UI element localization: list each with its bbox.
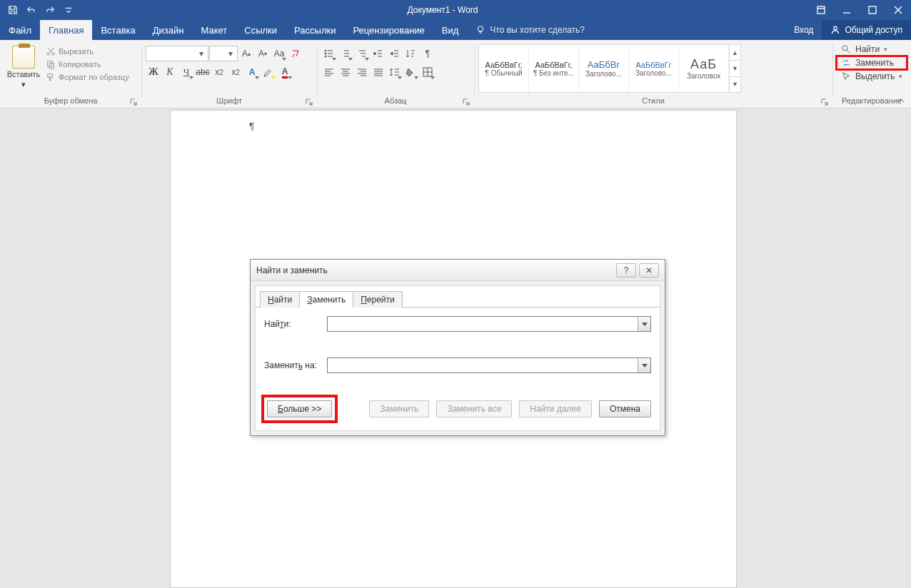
svg-point-10: [325, 56, 326, 57]
group-paragraph-label: Абзац: [321, 95, 470, 106]
more-button[interactable]: Больше >>: [267, 400, 332, 417]
share-button[interactable]: Общий доступ: [822, 20, 911, 40]
copy-button[interactable]: Копировать: [43, 59, 132, 70]
dialog-help-button[interactable]: ?: [616, 263, 636, 278]
find-history-dropdown[interactable]: [638, 317, 650, 331]
replace-with-input[interactable]: [327, 358, 651, 373]
tab-review[interactable]: Рецензирование: [344, 20, 433, 40]
decrease-indent-button[interactable]: [371, 46, 386, 61]
style-normal[interactable]: АаБбВвГг,¶ Обычный: [479, 45, 529, 92]
dialog-tab-find[interactable]: Найти: [260, 291, 300, 308]
svg-rect-0: [817, 6, 825, 14]
underline-button[interactable]: Ч: [178, 64, 194, 80]
align-right-button[interactable]: [354, 64, 370, 80]
chevron-down-icon: ▾: [21, 80, 26, 89]
styles-launcher-icon[interactable]: [821, 98, 830, 106]
format-painter-label: Формат по образцу: [59, 73, 129, 81]
sort-button[interactable]: [403, 46, 419, 61]
grow-font-button[interactable]: A▴: [238, 46, 254, 61]
dialog-tabs: Найти Заменить Перейти: [256, 286, 660, 308]
line-spacing-button[interactable]: [387, 64, 403, 80]
strike-button[interactable]: abc: [195, 64, 211, 80]
svg-point-4: [47, 53, 50, 56]
undo-icon[interactable]: [23, 1, 40, 19]
shading-button[interactable]: [403, 64, 419, 80]
text-effects-button[interactable]: A: [244, 64, 260, 80]
clear-format-button[interactable]: [288, 46, 303, 61]
replace-history-dropdown[interactable]: [638, 358, 650, 372]
multilevel-button[interactable]: [354, 46, 370, 61]
dialog-button-row: Больше >> Заменить Заменить все Найти да…: [264, 393, 651, 420]
show-marks-button[interactable]: ¶: [420, 46, 436, 61]
redo-icon[interactable]: [41, 1, 59, 19]
style-title[interactable]: АаБЗаголовок: [679, 45, 729, 92]
style-no-spacing[interactable]: АаБбВвГг,¶ Без инте...: [529, 45, 579, 92]
paragraph-mark: ¶: [249, 121, 254, 131]
minimize-icon[interactable]: [834, 0, 860, 20]
styles-gallery[interactable]: АаБбВвГг,¶ Обычный АаБбВвГг,¶ Без инте..…: [478, 44, 741, 93]
close-icon[interactable]: [885, 0, 911, 20]
collapse-ribbon-icon[interactable]: [897, 96, 907, 106]
font-launcher-icon[interactable]: [306, 98, 314, 106]
increase-indent-button[interactable]: [387, 46, 403, 61]
dialog-tab-replace[interactable]: Заменить: [299, 291, 353, 308]
font-size-combo[interactable]: ▾: [209, 46, 238, 61]
ribbon-options-icon[interactable]: [808, 0, 834, 20]
find-next-button[interactable]: Найти далее: [519, 400, 592, 417]
clipboard-launcher-icon[interactable]: [130, 98, 139, 106]
select-button[interactable]: Выделить ▾: [837, 70, 907, 83]
subscript-button[interactable]: x2: [211, 64, 227, 80]
tab-references[interactable]: Ссылки: [236, 20, 286, 40]
replace-one-button[interactable]: Заменить: [369, 400, 429, 417]
justify-button[interactable]: [371, 64, 386, 80]
qat-customize-icon[interactable]: [60, 1, 77, 19]
bold-button[interactable]: Ж: [146, 64, 161, 80]
tab-layout[interactable]: Макет: [192, 20, 236, 40]
cut-label: Вырезать: [59, 47, 94, 56]
superscript-button[interactable]: x2: [228, 64, 243, 80]
replace-all-button[interactable]: Заменить все: [436, 400, 512, 417]
svg-rect-1: [869, 6, 876, 14]
format-painter-button[interactable]: Формат по образцу: [43, 71, 132, 83]
signin-button[interactable]: Вход: [785, 20, 822, 40]
gallery-more-icon[interactable]: ▼: [730, 76, 740, 92]
align-center-button[interactable]: [338, 64, 353, 80]
highlight-button[interactable]: [261, 64, 276, 80]
numbering-button[interactable]: [338, 46, 353, 61]
bullets-button[interactable]: [321, 46, 337, 61]
replace-button[interactable]: Заменить: [837, 56, 907, 69]
find-what-input[interactable]: [327, 316, 651, 332]
font-name-combo[interactable]: ▾: [146, 46, 208, 61]
dialog-tab-goto[interactable]: Перейти: [353, 291, 403, 308]
paste-button[interactable]: Вставить ▾: [4, 43, 43, 89]
cursor-icon: [841, 71, 851, 81]
align-left-button[interactable]: [321, 64, 337, 80]
cut-button[interactable]: Вырезать: [43, 46, 132, 57]
find-button[interactable]: Найти ▾: [837, 43, 907, 56]
tab-view[interactable]: Вид: [433, 20, 468, 40]
paragraph-launcher-icon[interactable]: [463, 98, 471, 106]
tell-me-search[interactable]: Что вы хотите сделать?: [475, 20, 585, 40]
italic-button[interactable]: К: [162, 64, 178, 80]
borders-button[interactable]: [420, 64, 436, 80]
tab-design[interactable]: Дизайн: [144, 20, 193, 40]
change-case-button[interactable]: Aa: [271, 46, 287, 61]
style-heading2[interactable]: АаБбВвГгЗаголово...: [629, 45, 679, 92]
save-icon[interactable]: [4, 1, 21, 19]
tab-home[interactable]: Главная: [40, 20, 92, 40]
replace-with-field[interactable]: [328, 358, 638, 372]
share-icon: [830, 25, 840, 35]
gallery-down-icon[interactable]: ▼: [730, 60, 740, 76]
dialog-close-button[interactable]: ✕: [639, 263, 659, 278]
tab-file[interactable]: Файл: [0, 20, 40, 40]
style-heading1[interactable]: АаБбВгЗаголово...: [579, 45, 629, 92]
cancel-button[interactable]: Отмена: [599, 400, 651, 417]
gallery-up-icon[interactable]: ▲: [730, 45, 740, 60]
maximize-icon[interactable]: [860, 0, 885, 20]
shrink-font-button[interactable]: A▾: [255, 46, 271, 61]
find-what-field[interactable]: [328, 317, 638, 331]
font-color-button[interactable]: A: [277, 64, 293, 80]
dialog-titlebar[interactable]: Найти и заменить ? ✕: [251, 260, 665, 281]
tab-insert[interactable]: Вставка: [92, 20, 144, 40]
tab-mailings[interactable]: Рассылки: [286, 20, 344, 40]
